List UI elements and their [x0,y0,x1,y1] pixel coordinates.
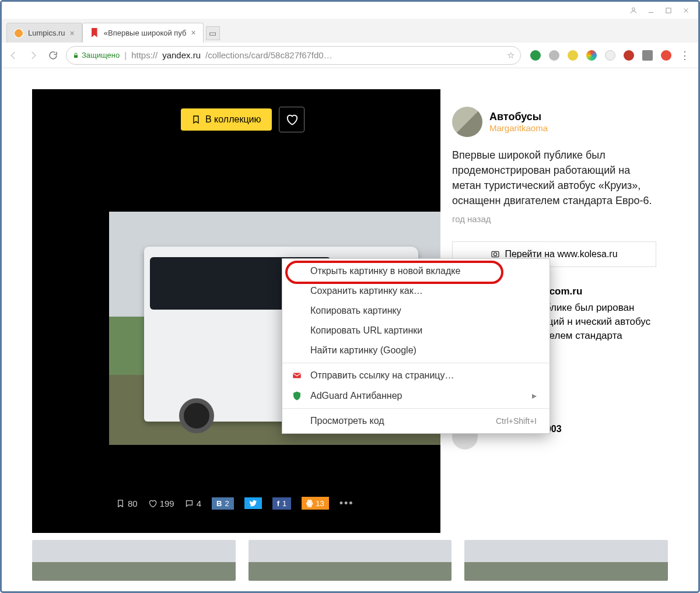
back-button[interactable] [6,48,20,62]
bookmark-star-icon[interactable]: ☆ [507,50,514,61]
url-scheme: https:// [131,50,158,60]
favicon-icon [14,29,23,38]
url-path: /collections/card/58c827f67fd0… [205,50,332,60]
ctx-separator [282,408,550,409]
shield-icon [292,391,302,401]
bookmarks-count[interactable]: 80 [116,499,138,508]
maximize-button[interactable] [661,4,676,17]
author-block[interactable]: Автобусы Margaritkaoma [452,107,656,137]
address-bar: Защищено | https://yandex.ru/collections… [2,43,698,68]
extension-icon[interactable] [568,50,578,61]
svg-rect-8 [293,373,301,378]
svg-point-0 [632,8,635,10]
share-ok-button[interactable]: ꙮ13 [302,497,328,510]
tab-title: «Впервые широкой пуб [104,29,187,37]
browser-tab-lumpics[interactable]: Lumpics.ru × [6,23,82,43]
close-tab-icon[interactable]: × [191,28,195,37]
author-avatar [452,107,482,137]
share-twitter-button[interactable] [244,497,262,509]
svg-rect-5 [74,55,78,58]
extension-icon[interactable] [661,50,671,61]
likes-count[interactable]: 199 [148,499,174,508]
thumbnail[interactable] [32,540,236,581]
share-facebook-button[interactable]: f1 [272,497,292,510]
author-username: Margaritkaoma [489,123,548,133]
ctx-open-image-new-tab[interactable]: Открыть картинку в новой вкладке [282,261,550,281]
window-titlebar [2,2,698,19]
minimize-button[interactable] [643,4,659,17]
extension-icon[interactable] [624,50,634,61]
thumbnail[interactable] [249,540,452,581]
stats-bar: 80 199 4 В2 f1 ꙮ13 ••• [116,497,354,510]
comments-count[interactable]: 4 [185,499,201,508]
posted-ago: год назад [452,214,656,224]
ctx-copy-image-url[interactable]: Копировать URL картинки [282,321,550,341]
shortcut-label: Ctrl+Shift+I [496,416,537,426]
user-menu-icon[interactable] [626,4,641,17]
extension-icon[interactable] [549,50,559,61]
forward-button[interactable] [26,48,40,62]
share-vk-button[interactable]: В2 [212,497,234,510]
ctx-search-image-google[interactable]: Найти картинку (Google) [282,341,550,360]
reload-button[interactable] [46,48,60,62]
chrome-menu-icon[interactable]: ⋮ [680,49,690,62]
image-actions: В коллекцию [181,107,304,132]
submenu-arrow-icon: ▸ [532,390,537,401]
more-share-icon[interactable]: ••• [340,497,354,510]
favicon-icon [90,28,99,37]
close-tab-icon[interactable]: × [70,29,75,38]
card-description: Впервые широкой публике был продемонстри… [452,148,656,208]
new-tab-button[interactable]: ▭ [206,26,220,40]
extension-mail-icon[interactable] [642,50,653,61]
add-to-collection-button[interactable]: В коллекцию [181,108,272,131]
secure-badge: Защищено [72,51,120,59]
like-button[interactable] [279,107,304,132]
extension-icon[interactable] [586,50,597,61]
context-menu: Открыть картинку в новой вкладке Сохрани… [282,258,550,434]
mail-icon [292,370,302,381]
svg-rect-2 [666,8,671,12]
ctx-save-image-as[interactable]: Сохранить картинку как… [282,281,550,301]
close-window-button[interactable] [678,4,694,17]
ctx-send-link[interactable]: Отправить ссылку на страницу… [282,366,550,385]
browser-tab-active[interactable]: «Впервые широкой пуб × [82,23,204,43]
thumbnail-row [32,533,668,582]
svg-point-7 [494,253,497,256]
extension-adguard-icon[interactable] [530,50,541,61]
tab-strip: Lumpics.ru × «Впервые широкой пуб × ▭ [2,19,698,43]
omnibox[interactable]: Защищено | https://yandex.ru/collections… [66,46,521,65]
ctx-separator [282,363,550,363]
tab-title: Lumpics.ru [28,29,65,37]
ctx-copy-image[interactable]: Копировать картинку [282,301,550,321]
collection-name: Автобусы [489,111,548,123]
url-host: yandex.ru [162,50,201,60]
extension-icon[interactable] [605,50,615,61]
ctx-inspect[interactable]: Просмотреть код Ctrl+Shift+I [282,411,550,431]
ctx-adguard[interactable]: AdGuard Антибаннер ▸ [282,385,550,406]
thumbnail[interactable] [464,540,668,581]
extension-row: ⋮ [527,49,694,62]
